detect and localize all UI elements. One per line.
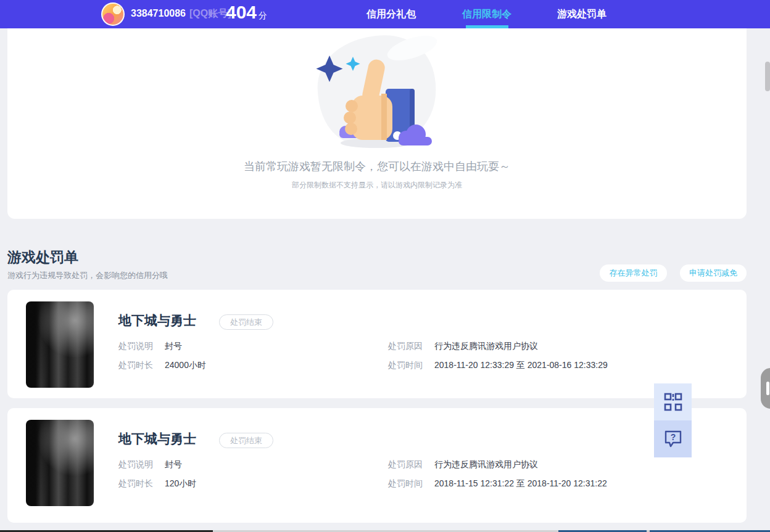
game-title: 地下城与勇士: [118, 430, 196, 448]
field-value: 2018-11-20 12:33:29 至 2021-08-16 12:33:2…: [434, 360, 608, 370]
penalty-duration-field: 处罚时长24000小时: [118, 360, 206, 371]
help-question-icon: ?: [663, 430, 683, 448]
field-value: 行为违反腾讯游戏用户协议: [434, 341, 538, 351]
svg-text:?: ?: [670, 432, 676, 442]
penalty-relief-button[interactable]: 申请处罚减免: [680, 264, 747, 282]
tab-credit-gift[interactable]: 信用分礼包: [366, 8, 416, 21]
section-title: 游戏处罚单: [7, 248, 78, 267]
tab-game-penalty[interactable]: 游戏处罚单: [557, 8, 606, 21]
empty-restriction-message: 当前常玩游戏暂无限制令，您可以在游戏中自由玩耍～: [7, 159, 747, 174]
status-badge: 处罚结束: [219, 314, 273, 330]
thumbs-up-illustration: [312, 32, 442, 155]
penalty-desc-field: 处罚说明封号: [118, 341, 182, 352]
penalty-card: 地下城与勇士 处罚结束 处罚说明封号 处罚时长120小时 处罚原因行为违反腾讯游…: [7, 408, 747, 523]
status-badge: 处罚结束: [219, 433, 273, 448]
game-title: 地下城与勇士: [118, 312, 196, 329]
empty-restriction-note: 部分限制数据不支持显示，请以游戏内限制记录为准: [7, 180, 747, 190]
penalty-time-field: 处罚时间2018-11-20 12:33:29 至 2021-08-16 12:…: [388, 360, 608, 371]
field-value: 行为违反腾讯游戏用户协议: [434, 459, 538, 469]
tab-credit-restriction[interactable]: 信用限制令: [462, 8, 511, 21]
credit-score: 404分: [226, 2, 267, 23]
credit-score-value: 404: [226, 2, 257, 22]
side-panel-handle[interactable]: [761, 368, 770, 409]
account-info: 3384710086[QQ账号]: [131, 7, 231, 20]
field-label: 处罚原因: [388, 341, 434, 352]
field-label: 处罚原因: [388, 459, 434, 470]
game-thumbnail: [26, 301, 94, 388]
credit-page: 3384710086[QQ账号] 404分 信用分礼包 信用限制令 游戏处罚单: [0, 0, 770, 532]
section-subtitle: 游戏行为违规导致处罚，会影响您的信用分哦: [7, 270, 168, 281]
active-tab-underline: [466, 25, 508, 28]
abnormal-penalty-button[interactable]: 存在异常处罚: [600, 264, 667, 282]
help-button[interactable]: ?: [654, 420, 692, 457]
penalty-time-field: 处罚时间2018-11-15 12:31:22 至 2018-11-20 12:…: [388, 478, 607, 489]
account-number: 3384710086: [131, 8, 186, 18]
floating-tools: ?: [654, 383, 692, 457]
penalty-card: 地下城与勇士 处罚结束 处罚说明封号 处罚时长24000小时 处罚原因行为违反腾…: [7, 290, 747, 398]
user-avatar: [101, 2, 125, 26]
field-label: 处罚时间: [388, 478, 434, 489]
handle-grip-icon: [766, 382, 769, 395]
credit-score-unit: 分: [259, 10, 267, 20]
field-value: 2018-11-15 12:31:22 至 2018-11-20 12:31:2…: [434, 478, 607, 488]
top-header: 3384710086[QQ账号] 404分 信用分礼包 信用限制令 游戏处罚单: [0, 0, 770, 28]
penalty-duration-field: 处罚时长120小时: [118, 478, 196, 489]
penalty-desc-field: 处罚说明封号: [118, 459, 182, 470]
field-label: 处罚时长: [118, 360, 165, 371]
field-label: 处罚时间: [388, 360, 434, 371]
field-value: 封号: [165, 341, 182, 351]
qr-code-button[interactable]: [654, 383, 692, 420]
game-thumbnail: [26, 420, 94, 506]
field-label: 处罚说明: [118, 459, 165, 470]
restriction-empty-panel: 当前常玩游戏暂无限制令，您可以在游戏中自由玩耍～ 部分限制数据不支持显示，请以游…: [7, 28, 747, 219]
field-label: 处罚时长: [118, 478, 165, 489]
penalty-reason-field: 处罚原因行为违反腾讯游戏用户协议: [388, 459, 538, 470]
field-value: 24000小时: [165, 360, 206, 370]
field-label: 处罚说明: [118, 341, 165, 352]
field-value: 封号: [165, 459, 182, 469]
field-value: 120小时: [165, 478, 196, 488]
account-type-label: [QQ账号]: [189, 8, 231, 18]
vertical-scrollbar[interactable]: [765, 62, 770, 91]
qr-code-icon: [664, 393, 682, 411]
penalty-reason-field: 处罚原因行为违反腾讯游戏用户协议: [388, 341, 538, 352]
